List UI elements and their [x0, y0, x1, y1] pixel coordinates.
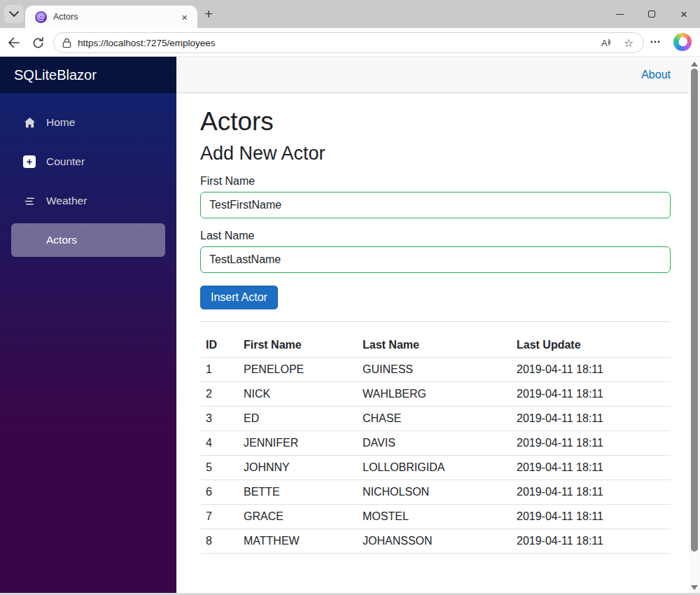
- table-cell: ED: [238, 407, 357, 431]
- sidebar-item-label: Actors: [46, 234, 77, 246]
- tab-title: Actors: [53, 12, 178, 22]
- lock-icon: [62, 38, 71, 48]
- read-aloud-button[interactable]: A: [601, 38, 612, 48]
- tab-search-button[interactable]: [4, 5, 24, 23]
- table-cell: NICK: [238, 382, 357, 407]
- table-cell: 2019-04-11 18:11: [511, 431, 671, 456]
- page-scrollbar[interactable]: [689, 57, 700, 595]
- table-cell: MATTHEW: [238, 529, 357, 554]
- last-name-field[interactable]: [200, 246, 671, 273]
- table-cell: 4: [200, 431, 238, 456]
- table-cell: 1: [200, 358, 238, 382]
- about-link[interactable]: About: [641, 69, 671, 81]
- divider: [200, 321, 671, 322]
- plus-square-icon: +: [22, 155, 36, 169]
- table-cell: PENELOPE: [238, 358, 357, 382]
- table-cell: DAVIS: [357, 431, 511, 456]
- brand-row: SQLiteBlazor: [0, 57, 176, 93]
- table-cell: JENNIFER: [238, 431, 357, 456]
- browser-tab[interactable]: @ Actors ×: [25, 6, 197, 28]
- table-row: 7GRACEMOSTEL2019-04-11 18:11: [200, 505, 671, 529]
- new-tab-button[interactable]: +: [204, 6, 213, 22]
- back-arrow-icon: [7, 36, 21, 50]
- table-cell: 5: [200, 456, 238, 480]
- column-header: Last Update: [511, 333, 671, 358]
- close-button[interactable]: ×: [668, 0, 700, 28]
- column-header: ID: [200, 333, 238, 358]
- table-row: 3EDCHASE2019-04-11 18:11: [200, 407, 671, 431]
- main-area: About Actors Add New Actor First Name La…: [176, 57, 700, 595]
- address-bar[interactable]: https://localhost:7275/employees A ☆: [53, 32, 644, 53]
- nav-menu: Home + Counter Weather: [0, 93, 176, 257]
- table-cell: CHASE: [357, 407, 511, 431]
- scroll-down-arrow-icon[interactable]: [691, 585, 698, 590]
- browser-titlebar: @ Actors × + ×: [0, 0, 700, 28]
- table-cell: 2019-04-11 18:11: [511, 480, 671, 505]
- chevron-down-icon: [9, 7, 19, 17]
- maximize-button[interactable]: [636, 0, 668, 28]
- table-row: 8MATTHEWJOHANSSON2019-04-11 18:11: [200, 529, 671, 554]
- table-cell: BETTE: [238, 480, 357, 505]
- sound-waves-icon: [608, 38, 612, 47]
- content: Actors Add New Actor First Name Last Nam…: [176, 93, 700, 595]
- list-nested-icon: [22, 194, 36, 208]
- table-cell: 2019-04-11 18:11: [511, 529, 671, 554]
- table-cell: 2019-04-11 18:11: [511, 505, 671, 529]
- close-icon: ×: [680, 8, 687, 20]
- sidebar-item-weather[interactable]: Weather: [11, 184, 165, 218]
- copilot-icon[interactable]: [673, 33, 692, 51]
- top-row: About: [176, 57, 700, 93]
- sidebar-item-label: Counter: [46, 155, 85, 168]
- favorites-star-button[interactable]: ☆: [624, 36, 634, 50]
- refresh-button[interactable]: [29, 34, 46, 51]
- table-cell: 2019-04-11 18:11: [511, 358, 671, 382]
- sidebar-item-home[interactable]: Home: [11, 106, 165, 139]
- table-cell: WAHLBERG: [357, 382, 511, 407]
- minimize-button[interactable]: [603, 0, 636, 28]
- insert-actor-button[interactable]: Insert Actor: [200, 286, 278, 309]
- column-header: Last Name: [357, 333, 511, 358]
- first-name-label: First Name: [200, 175, 671, 188]
- maximize-icon: [648, 10, 655, 18]
- scroll-up-arrow-icon[interactable]: [691, 62, 698, 66]
- back-button[interactable]: [6, 34, 22, 51]
- blazor-favicon-icon: @: [35, 11, 47, 23]
- settings-more-button[interactable]: …: [650, 33, 662, 46]
- sidebar-item-counter[interactable]: + Counter: [11, 145, 165, 178]
- actors-table-body: 1PENELOPEGUINESS2019-04-11 18:112NICKWAH…: [200, 358, 671, 554]
- table-cell: GUINESS: [357, 358, 511, 382]
- window-controls: ×: [603, 0, 700, 28]
- browser-window: @ Actors × + × https://localhost:7275/em…: [0, 0, 700, 595]
- table-cell: MOSTEL: [357, 505, 511, 529]
- sidebar-item-actors[interactable]: Actors: [11, 223, 165, 257]
- actors-table-head: IDFirst NameLast NameLast Update: [200, 333, 671, 358]
- first-name-field[interactable]: [200, 192, 671, 218]
- scrollbar-thumb[interactable]: [691, 69, 698, 552]
- actors-table: IDFirst NameLast NameLast Update 1PENELO…: [200, 333, 671, 554]
- sidebar-item-label: Home: [46, 116, 75, 129]
- sidebar-item-label: Weather: [46, 195, 87, 207]
- table-cell: 2019-04-11 18:11: [511, 407, 671, 431]
- table-cell: 8: [200, 529, 238, 554]
- table-header-row: IDFirst NameLast NameLast Update: [200, 333, 671, 358]
- table-cell: 3: [200, 407, 238, 431]
- table-row: 4JENNIFERDAVIS2019-04-11 18:11: [200, 431, 671, 456]
- minimize-icon: [616, 14, 624, 15]
- table-cell: 2: [200, 382, 238, 407]
- table-cell: NICHOLSON: [357, 480, 511, 505]
- table-cell: JOHNNY: [238, 456, 357, 480]
- table-cell: 2019-04-11 18:11: [511, 456, 671, 480]
- form-heading: Add New Actor: [200, 143, 671, 164]
- read-aloud-icon: A: [601, 38, 608, 48]
- table-row: 6BETTENICHOLSON2019-04-11 18:11: [200, 480, 671, 505]
- column-header: First Name: [238, 333, 357, 358]
- table-row: 2NICKWAHLBERG2019-04-11 18:11: [200, 382, 671, 407]
- table-cell: LOLLOBRIGIDA: [357, 456, 511, 480]
- table-row: 5JOHNNYLOLLOBRIGIDA2019-04-11 18:11: [200, 456, 671, 480]
- brand-link[interactable]: SQLiteBlazor: [14, 67, 97, 83]
- table-cell: GRACE: [238, 505, 357, 529]
- refresh-icon: [31, 36, 45, 50]
- page-title: Actors: [200, 107, 671, 136]
- table-cell: 2019-04-11 18:11: [511, 382, 671, 407]
- tab-close-icon[interactable]: ×: [178, 12, 190, 22]
